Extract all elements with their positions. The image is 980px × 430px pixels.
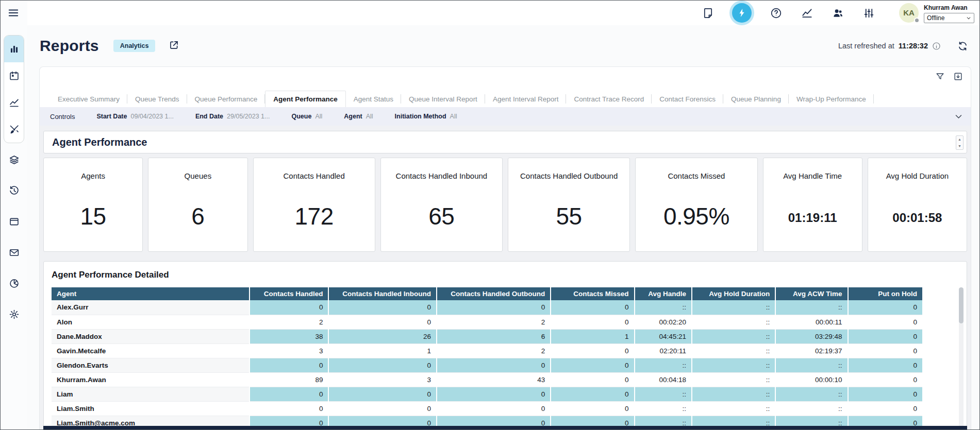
browser-window-icon (9, 216, 20, 227)
sidebar-item-settings-gear[interactable] (9, 309, 20, 320)
kpi-label: Avg Hold Duration (868, 171, 967, 180)
agent-performance-table: AgentContacts HandledContacts Handled In… (52, 287, 923, 429)
tab-agent-performance[interactable]: Agent Performance (265, 91, 346, 107)
filter-icon[interactable] (935, 72, 945, 82)
sidebar-item-line-chart[interactable] (4, 89, 24, 116)
metric-cell: :: (775, 401, 848, 416)
table-row[interactable]: Liam.Smith0000::::::0 (52, 401, 923, 416)
tab-queue-performance[interactable]: Queue Performance (187, 91, 265, 107)
table-header-row: AgentContacts HandledContacts Handled In… (52, 287, 923, 300)
metric-cell: :: (635, 387, 692, 401)
tab-agent-interval-report[interactable]: Agent Interval Report (485, 91, 567, 107)
flash-icon[interactable] (732, 3, 752, 23)
metric-cell: 0 (551, 358, 634, 372)
refresh-icon[interactable] (957, 41, 968, 51)
metric-cell: 0 (437, 358, 551, 372)
table-row[interactable]: Liam0000::::::0 (52, 387, 923, 401)
filter-start-date[interactable]: Start Date09/04/2023 1... (96, 113, 173, 120)
column-header-contacts-handled-outbound[interactable]: Contacts Handled Outbound (437, 287, 551, 300)
metric-cell: 0 (328, 300, 437, 315)
column-header-contacts-missed[interactable]: Contacts Missed (551, 287, 634, 300)
metric-cell: 0 (551, 315, 634, 329)
section-scroll-spinner[interactable]: ▲▼ (956, 135, 964, 150)
metric-cell: 0 (328, 315, 437, 329)
filter-queue[interactable]: QueueAll (291, 113, 322, 120)
metrics-icon[interactable] (800, 6, 813, 20)
filter-agent[interactable]: AgentAll (344, 113, 373, 120)
calendar-icon (9, 71, 20, 81)
metric-cell: 0 (250, 387, 329, 401)
help-icon[interactable] (769, 6, 783, 20)
kpi-cards: Agents15Queues6Contacts Handled172Contac… (43, 158, 967, 252)
tab-wrap-up-performance[interactable]: Wrap-Up Performance (789, 91, 874, 107)
last-refreshed-label: Last refreshed at (838, 42, 894, 50)
sidebar-item-design-brush[interactable] (4, 116, 24, 143)
metric-cell: 0 (551, 300, 634, 315)
info-icon[interactable] (932, 42, 941, 50)
status-select[interactable]: Offline (924, 13, 974, 23)
metric-cell: 0 (250, 358, 329, 372)
status-dot (914, 18, 920, 23)
last-refreshed-time: 11:28:32 (899, 42, 928, 50)
sidebar-item-layers[interactable] (9, 154, 20, 165)
report-tabs: Executive SummaryQueue TrendsQueue Perfo… (40, 91, 971, 107)
agent-name-cell: Glendon.Evarts (52, 358, 250, 372)
layers-icon (9, 154, 20, 165)
table-row[interactable]: Alon202000:02:20::00:00:110 (52, 315, 923, 329)
scrollbar-thumb[interactable] (959, 287, 964, 323)
filter-end-date[interactable]: End Date29/05/2023 1... (195, 113, 270, 120)
kpi-label: Queues (148, 171, 247, 180)
settings-sliders-icon[interactable] (862, 6, 875, 20)
tab-contract-trace-record[interactable]: Contract Trace Record (566, 91, 652, 107)
avatar[interactable]: KA (899, 3, 919, 23)
metric-cell: 0 (551, 387, 634, 401)
table-row[interactable]: Glendon.Evarts0000::::::0 (52, 358, 923, 372)
metric-cell: 03:29:48 (775, 329, 848, 343)
column-header-avg-handle[interactable]: Avg Handle (635, 287, 692, 300)
sidebar-item-browser-window[interactable] (9, 216, 20, 227)
download-icon[interactable] (953, 72, 964, 82)
sidebar-item-mail[interactable] (9, 247, 20, 258)
notes-icon[interactable] (701, 6, 715, 20)
table-vertical-scrollbar[interactable] (959, 287, 964, 429)
tab-queue-interval-report[interactable]: Queue Interval Report (401, 91, 485, 107)
avatar-initials: KA (903, 8, 915, 17)
tab-queue-trends[interactable]: Queue Trends (127, 91, 187, 107)
external-link-icon[interactable] (169, 40, 179, 53)
sidebar-item-calendar[interactable] (4, 62, 24, 89)
column-header-avg-hold-duration[interactable]: Avg Hold Duration (692, 287, 775, 300)
metric-cell: 38 (250, 329, 329, 343)
kpi-value: 65 (381, 202, 502, 230)
column-header-agent[interactable]: Agent (52, 287, 250, 300)
reports-panel: Executive SummaryQueue TrendsQueue Perfo… (39, 66, 971, 429)
column-header-contacts-handled-inbound[interactable]: Contacts Handled Inbound (328, 287, 437, 300)
metric-cell: 04:45:21 (635, 329, 692, 343)
table-horizontal-scrollbar[interactable] (43, 426, 967, 429)
metric-cell: 0 (848, 358, 923, 372)
line-chart-icon (9, 97, 20, 108)
table-row[interactable]: Gavin.Metcalfe312002:20:11::02:19:370 (52, 343, 923, 358)
tab-queue-planning[interactable]: Queue Planning (723, 91, 789, 107)
sidebar-item-pie-chart[interactable] (9, 278, 20, 289)
tab-executive-summary[interactable]: Executive Summary (50, 91, 127, 107)
controls-collapse-chevron-icon[interactable] (955, 113, 962, 121)
metric-cell: 1 (551, 329, 634, 343)
column-header-contacts-handled[interactable]: Contacts Handled (250, 287, 329, 300)
filter-initiation-method[interactable]: Initiation MethodAll (395, 113, 457, 120)
table-row[interactable]: Dane.Maddox38266104:45:21::03:29:480 (52, 329, 923, 343)
sidebar-item-bar-chart[interactable] (4, 36, 24, 62)
metric-cell: 02:19:37 (775, 343, 848, 358)
table-row[interactable]: Khurram.Awan89343000:04:18::00:00:100 (52, 372, 923, 387)
column-header-put-on-hold[interactable]: Put on Hold (848, 287, 923, 300)
tab-contact-forensics[interactable]: Contact Forensics (652, 91, 723, 107)
metric-cell: :: (635, 300, 692, 315)
column-header-avg-acw-time[interactable]: Avg ACW Time (775, 287, 848, 300)
users-icon[interactable] (831, 6, 844, 20)
sidebar-item-history[interactable] (9, 185, 20, 196)
agent-name-cell: Alon (52, 315, 250, 329)
kpi-value: 01:19:11 (763, 211, 862, 225)
hamburger-menu-icon[interactable] (8, 7, 20, 20)
tab-agent-status[interactable]: Agent Status (346, 91, 401, 107)
table-row[interactable]: Alex.Gurr0000::::::0 (52, 300, 923, 315)
kpi-label: Agents (44, 171, 142, 180)
